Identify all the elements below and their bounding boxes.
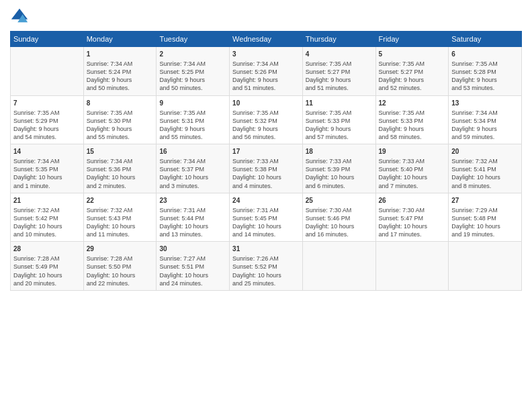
- day-number: 13: [451, 99, 519, 108]
- cell-content: Sunrise: 7:33 AM Sunset: 5:39 PM Dayligh…: [306, 157, 373, 190]
- calendar-cell: 19Sunrise: 7:33 AM Sunset: 5:40 PM Dayli…: [375, 144, 449, 193]
- header-cell-sunday: Sunday: [11, 32, 84, 47]
- day-number: 17: [232, 147, 300, 156]
- header-cell-tuesday: Tuesday: [157, 32, 230, 47]
- cell-content: Sunrise: 7:34 AM Sunset: 5:36 PM Dayligh…: [87, 157, 154, 190]
- calendar-cell: 21Sunrise: 7:32 AM Sunset: 5:42 PM Dayli…: [11, 193, 84, 242]
- week-row-3: 21Sunrise: 7:32 AM Sunset: 5:42 PM Dayli…: [11, 193, 522, 242]
- header-row: SundayMondayTuesdayWednesdayThursdayFrid…: [11, 32, 522, 47]
- day-number: 26: [379, 196, 446, 205]
- cell-content: Sunrise: 7:32 AM Sunset: 5:43 PM Dayligh…: [87, 206, 154, 239]
- calendar-cell: 31Sunrise: 7:26 AM Sunset: 5:52 PM Dayli…: [230, 242, 303, 291]
- calendar-cell: 5Sunrise: 7:35 AM Sunset: 5:27 PM Daylig…: [375, 47, 449, 96]
- calendar-cell: 20Sunrise: 7:32 AM Sunset: 5:41 PM Dayli…: [449, 144, 522, 193]
- day-number: 7: [13, 99, 81, 108]
- cell-content: Sunrise: 7:30 AM Sunset: 5:47 PM Dayligh…: [379, 206, 446, 239]
- logo-icon: [10, 7, 29, 26]
- day-number: 24: [232, 196, 300, 205]
- cell-content: Sunrise: 7:34 AM Sunset: 5:26 PM Dayligh…: [232, 60, 300, 93]
- cell-content: Sunrise: 7:31 AM Sunset: 5:45 PM Dayligh…: [232, 206, 300, 239]
- cell-content: Sunrise: 7:32 AM Sunset: 5:42 PM Dayligh…: [13, 206, 81, 239]
- calendar-cell: 13Sunrise: 7:34 AM Sunset: 5:34 PM Dayli…: [449, 95, 522, 144]
- header-cell-saturday: Saturday: [449, 32, 522, 47]
- day-number: 23: [159, 196, 226, 205]
- calendar-cell: 3Sunrise: 7:34 AM Sunset: 5:26 PM Daylig…: [230, 47, 303, 96]
- week-row-2: 14Sunrise: 7:34 AM Sunset: 5:35 PM Dayli…: [11, 144, 522, 193]
- cell-content: Sunrise: 7:32 AM Sunset: 5:41 PM Dayligh…: [451, 157, 519, 190]
- cell-content: Sunrise: 7:35 AM Sunset: 5:31 PM Dayligh…: [159, 109, 226, 142]
- cell-content: Sunrise: 7:34 AM Sunset: 5:37 PM Dayligh…: [159, 157, 226, 190]
- calendar-table: SundayMondayTuesdayWednesdayThursdayFrid…: [10, 31, 522, 291]
- header-cell-wednesday: Wednesday: [230, 32, 303, 47]
- calendar-cell: 26Sunrise: 7:30 AM Sunset: 5:47 PM Dayli…: [375, 193, 449, 242]
- day-number: 12: [379, 99, 446, 108]
- day-number: 1: [87, 50, 154, 59]
- calendar-cell: 6Sunrise: 7:35 AM Sunset: 5:28 PM Daylig…: [449, 47, 522, 96]
- cell-content: Sunrise: 7:31 AM Sunset: 5:44 PM Dayligh…: [159, 206, 226, 239]
- calendar-cell: [302, 242, 375, 291]
- page: SundayMondayTuesdayWednesdayThursdayFrid…: [0, 0, 532, 411]
- day-number: 11: [306, 99, 373, 108]
- day-number: 10: [232, 99, 300, 108]
- cell-content: Sunrise: 7:26 AM Sunset: 5:52 PM Dayligh…: [232, 255, 300, 287]
- day-number: 20: [451, 147, 519, 156]
- cell-content: Sunrise: 7:33 AM Sunset: 5:40 PM Dayligh…: [379, 157, 446, 190]
- day-number: 28: [13, 244, 81, 254]
- day-number: 4: [306, 50, 373, 59]
- header-cell-thursday: Thursday: [302, 32, 375, 47]
- calendar-cell: 7Sunrise: 7:35 AM Sunset: 5:29 PM Daylig…: [11, 95, 84, 144]
- week-row-0: 1Sunrise: 7:34 AM Sunset: 5:24 PM Daylig…: [11, 47, 522, 96]
- calendar-cell: 29Sunrise: 7:28 AM Sunset: 5:50 PM Dayli…: [83, 242, 157, 291]
- cell-content: Sunrise: 7:35 AM Sunset: 5:32 PM Dayligh…: [232, 109, 300, 142]
- day-number: 2: [159, 50, 226, 59]
- day-number: 22: [87, 196, 154, 205]
- cell-content: Sunrise: 7:35 AM Sunset: 5:28 PM Dayligh…: [451, 60, 519, 93]
- calendar-cell: 30Sunrise: 7:27 AM Sunset: 5:51 PM Dayli…: [157, 242, 230, 291]
- day-number: 16: [159, 147, 226, 156]
- calendar-cell: 25Sunrise: 7:30 AM Sunset: 5:46 PM Dayli…: [302, 193, 375, 242]
- day-number: 25: [306, 196, 373, 205]
- cell-content: Sunrise: 7:34 AM Sunset: 5:35 PM Dayligh…: [13, 157, 81, 190]
- cell-content: Sunrise: 7:30 AM Sunset: 5:46 PM Dayligh…: [306, 206, 373, 239]
- calendar-cell: 2Sunrise: 7:34 AM Sunset: 5:25 PM Daylig…: [157, 47, 230, 96]
- calendar-cell: 17Sunrise: 7:33 AM Sunset: 5:38 PM Dayli…: [230, 144, 303, 193]
- day-number: 27: [451, 196, 519, 205]
- calendar-cell: 27Sunrise: 7:29 AM Sunset: 5:48 PM Dayli…: [449, 193, 522, 242]
- calendar-cell: 4Sunrise: 7:35 AM Sunset: 5:27 PM Daylig…: [302, 47, 375, 96]
- cell-content: Sunrise: 7:28 AM Sunset: 5:49 PM Dayligh…: [13, 255, 81, 287]
- calendar-cell: 9Sunrise: 7:35 AM Sunset: 5:31 PM Daylig…: [157, 95, 230, 144]
- calendar-cell: 15Sunrise: 7:34 AM Sunset: 5:36 PM Dayli…: [83, 144, 157, 193]
- calendar-cell: [11, 47, 84, 96]
- cell-content: Sunrise: 7:35 AM Sunset: 5:30 PM Dayligh…: [87, 109, 154, 142]
- day-number: 8: [87, 99, 154, 108]
- day-number: 30: [159, 244, 226, 254]
- day-number: 31: [232, 244, 300, 254]
- cell-content: Sunrise: 7:35 AM Sunset: 5:29 PM Dayligh…: [13, 109, 81, 142]
- cell-content: Sunrise: 7:33 AM Sunset: 5:38 PM Dayligh…: [232, 157, 300, 190]
- calendar-cell: [449, 242, 522, 291]
- cell-content: Sunrise: 7:35 AM Sunset: 5:27 PM Dayligh…: [379, 60, 446, 93]
- calendar-cell: 28Sunrise: 7:28 AM Sunset: 5:49 PM Dayli…: [11, 242, 84, 291]
- svg-marker-0: [11, 9, 28, 19]
- header-cell-monday: Monday: [83, 32, 157, 47]
- day-number: 29: [87, 244, 154, 254]
- header-cell-friday: Friday: [375, 32, 449, 47]
- day-number: 19: [379, 147, 446, 156]
- cell-content: Sunrise: 7:27 AM Sunset: 5:51 PM Dayligh…: [159, 255, 226, 287]
- calendar-cell: 18Sunrise: 7:33 AM Sunset: 5:39 PM Dayli…: [302, 144, 375, 193]
- cell-content: Sunrise: 7:34 AM Sunset: 5:34 PM Dayligh…: [451, 109, 519, 142]
- cell-content: Sunrise: 7:29 AM Sunset: 5:48 PM Dayligh…: [451, 206, 519, 239]
- cell-content: Sunrise: 7:35 AM Sunset: 5:33 PM Dayligh…: [306, 109, 373, 142]
- calendar-cell: 24Sunrise: 7:31 AM Sunset: 5:45 PM Dayli…: [230, 193, 303, 242]
- cell-content: Sunrise: 7:28 AM Sunset: 5:50 PM Dayligh…: [87, 255, 154, 287]
- calendar-cell: 10Sunrise: 7:35 AM Sunset: 5:32 PM Dayli…: [230, 95, 303, 144]
- calendar-cell: 14Sunrise: 7:34 AM Sunset: 5:35 PM Dayli…: [11, 144, 84, 193]
- day-number: 14: [13, 147, 81, 156]
- calendar-cell: 8Sunrise: 7:35 AM Sunset: 5:30 PM Daylig…: [83, 95, 157, 144]
- day-number: 21: [13, 196, 81, 205]
- calendar-cell: 23Sunrise: 7:31 AM Sunset: 5:44 PM Dayli…: [157, 193, 230, 242]
- cell-content: Sunrise: 7:35 AM Sunset: 5:33 PM Dayligh…: [379, 109, 446, 142]
- week-row-4: 28Sunrise: 7:28 AM Sunset: 5:49 PM Dayli…: [11, 242, 522, 291]
- day-number: 9: [159, 99, 226, 108]
- day-number: 3: [232, 50, 300, 59]
